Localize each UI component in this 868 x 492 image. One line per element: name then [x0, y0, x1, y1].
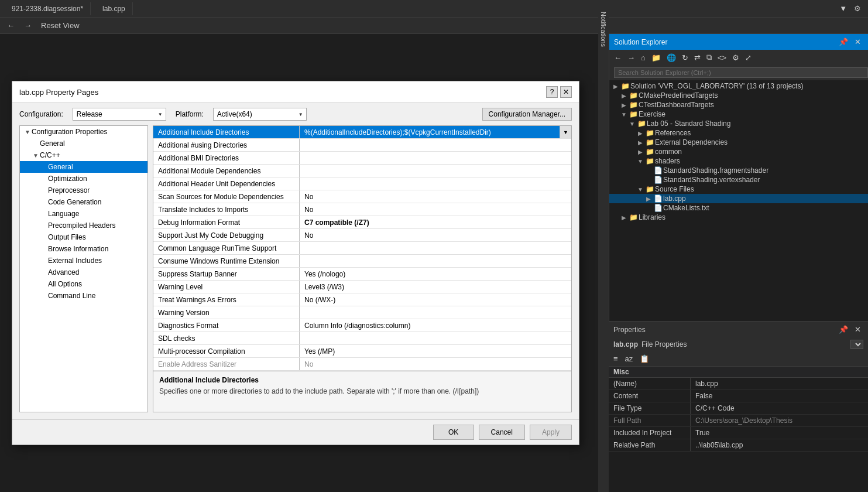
settings-icon[interactable]: ⚙: [852, 3, 863, 14]
prop-pages-icon[interactable]: 📋: [637, 353, 651, 364]
grid-row-dropdown-btn[interactable]: ▼: [560, 126, 571, 138]
dialog-grid-row[interactable]: Support Just My Code DebuggingNo: [153, 229, 571, 242]
dialog-grid-row[interactable]: Common Language RunTime Support: [153, 242, 571, 255]
se-tree-item[interactable]: 📄StandardShading.vertexshader: [609, 175, 868, 184]
se-forward-icon[interactable]: →: [625, 52, 637, 63]
dialog-grid-row[interactable]: Suppress Startup BannerYes (/nologo): [153, 268, 571, 281]
cancel-button[interactable]: Cancel: [479, 425, 525, 440]
dialog-tree-item[interactable]: Command Line: [20, 290, 147, 302]
se-expand-icon[interactable]: ⤢: [743, 52, 754, 63]
se-tree-item[interactable]: 📄StandardShading.fragmentshader: [609, 166, 868, 175]
se-tree-item[interactable]: ▶📁References: [609, 128, 868, 138]
dialog-grid-row[interactable]: Enable Address SanitizerNo: [153, 358, 571, 371]
se-globe-icon[interactable]: 🌐: [664, 52, 678, 63]
se-tree-item[interactable]: ▶📁CTestDashboardTargets: [609, 100, 868, 110]
tab-diagsession[interactable]: 921-2338.diagsession*: [5, 2, 91, 15]
dialog-grid-row[interactable]: Warning LevelLevel3 (/W3): [153, 281, 571, 293]
platform-select[interactable]: Active(x64): [213, 108, 307, 121]
dialog-grid-row[interactable]: Treat Warnings As ErrorsNo (/WX-): [153, 293, 571, 306]
dialog-grid-row-value: [300, 247, 571, 250]
prop-row-value: C:\Users\sora_\Desktop\Thesis: [691, 415, 868, 426]
se-tree-item[interactable]: ▶📁CMakePredefinedTargets: [609, 91, 868, 100]
properties-panel: Properties 📌 ✕ lab.cpp File Properties ≡…: [609, 321, 868, 492]
prop-table: Misc(Name)lab.cppContentFalseFile TypeC/…: [609, 367, 868, 492]
prop-close-icon[interactable]: ✕: [852, 324, 863, 335]
se-pin-icon[interactable]: 📌: [836, 36, 850, 47]
dialog-tree-item[interactable]: Language: [20, 208, 147, 220]
dialog-grid-row-value: Level3 (/W3): [300, 282, 571, 292]
forward-icon[interactable]: →: [22, 20, 34, 31]
dialog-grid-row-value: No (/WX-): [300, 295, 571, 305]
dialog-tree-item[interactable]: Code Generation: [20, 196, 147, 208]
dialog-grid-row[interactable]: Debug Information FormatC7 compatible (/…: [153, 216, 571, 229]
se-tree-item[interactable]: ▶📁common: [609, 147, 868, 156]
se-tree-item[interactable]: ▼📁Exercise: [609, 110, 868, 119]
dialog-grid-row[interactable]: Additional Module Dependencies: [153, 165, 571, 177]
dialog-help-button[interactable]: ?: [546, 86, 558, 98]
dialog-tree-item[interactable]: General: [20, 161, 147, 173]
prop-categories-icon[interactable]: ≡: [611, 353, 620, 364]
se-folder-icon[interactable]: 📁: [649, 52, 663, 63]
dialog-grid: Additional Include Directories%(Addition…: [153, 125, 572, 412]
reset-view-button[interactable]: Reset View: [39, 20, 82, 31]
dialog-grid-row[interactable]: SDL checks: [153, 332, 571, 345]
se-tree-item[interactable]: 📄CMakeLists.txt: [609, 203, 868, 213]
dialog-grid-row[interactable]: Additional Include Directories%(Addition…: [153, 126, 571, 139]
se-sync-icon[interactable]: ⇄: [692, 52, 703, 63]
se-code-icon[interactable]: <>: [715, 52, 729, 63]
dialog-close-button[interactable]: ✕: [560, 86, 572, 98]
se-tree-item[interactable]: ▼📁shaders: [609, 156, 868, 166]
dialog-grid-row[interactable]: Multi-processor CompilationYes (/MP): [153, 345, 571, 358]
prop-alpha-icon[interactable]: az: [623, 353, 636, 364]
se-tree-item[interactable]: ▼📁Source Files: [609, 184, 868, 194]
prop-row: Relative Path..\lab05\lab.cpp: [609, 439, 868, 452]
solution-explorer-search[interactable]: [614, 67, 868, 78]
tree-icon: 📁: [628, 101, 639, 109]
dialog-tree-item[interactable]: ▼C/C++: [20, 149, 147, 161]
se-tree-item[interactable]: ▶📁External Dependencies: [609, 138, 868, 147]
se-back-icon[interactable]: ←: [612, 52, 624, 63]
dialog-tree-item[interactable]: All Options: [20, 278, 147, 290]
dialog-tree-item[interactable]: General: [20, 138, 147, 149]
tree-icon: 📁: [644, 157, 655, 165]
config-select[interactable]: Release: [73, 108, 166, 121]
config-manager-button[interactable]: Configuration Manager...: [482, 108, 572, 121]
se-home-icon[interactable]: ⌂: [639, 52, 648, 63]
dialog-grid-row[interactable]: Additional BMI Directories: [153, 152, 571, 165]
dialog-title-bar: lab.cpp Property Pages ? ✕: [12, 81, 579, 103]
se-tree-item[interactable]: ▼📁Lab 05 - Standard Shading: [609, 119, 868, 128]
apply-button[interactable]: Apply: [530, 425, 572, 440]
dialog-grid-row[interactable]: Consume Windows Runtime Extension: [153, 255, 571, 268]
se-settings-icon[interactable]: ⚙: [730, 52, 742, 63]
se-refresh-icon[interactable]: ↻: [680, 52, 691, 63]
dialog-grid-row[interactable]: Additional #using Directories: [153, 139, 571, 152]
se-tree-item[interactable]: ▶📁Libraries: [609, 213, 868, 222]
prop-pin-icon[interactable]: 📌: [836, 324, 850, 335]
dialog-tree-item[interactable]: External Includes: [20, 255, 147, 266]
se-close-icon[interactable]: ✕: [852, 36, 863, 47]
dialog-tree-item[interactable]: Browse Information: [20, 243, 147, 255]
dialog-grid-row[interactable]: Scan Sources for Module DependenciesNo: [153, 190, 571, 203]
prop-view-select[interactable]: [850, 340, 863, 349]
dialog-grid-row[interactable]: Warning Version: [153, 306, 571, 319]
dialog-tree-item[interactable]: Output Files: [20, 231, 147, 243]
dialog-grid-row[interactable]: Translate Includes to ImportsNo: [153, 203, 571, 216]
dialog-tree-item[interactable]: Precompiled Headers: [20, 220, 147, 231]
dialog-tree-item[interactable]: Optimization: [20, 173, 147, 184]
dropdown-icon[interactable]: ▼: [837, 3, 849, 14]
dialog-tree-item[interactable]: ▼Configuration Properties: [20, 126, 147, 138]
platform-label: Platform:: [176, 110, 204, 118]
dialog-tree-item[interactable]: Preprocessor: [20, 184, 147, 196]
ok-button[interactable]: OK: [433, 425, 474, 440]
dialog-tree-item[interactable]: Advanced: [20, 266, 147, 278]
dialog-grid-row[interactable]: Additional Header Unit Dependencies: [153, 177, 571, 190]
back-icon[interactable]: ←: [5, 20, 17, 31]
tree-item-label: External Dependencies: [655, 138, 728, 146]
se-tree-item[interactable]: ▶📄lab.cpp: [609, 194, 868, 203]
se-tree-item[interactable]: ▶📁Solution 'VVR_OGL_LABORATORY' (13 of 1…: [609, 81, 868, 91]
tab-labcpp[interactable]: lab.cpp: [95, 2, 133, 15]
dialog-tree-item-label: Output Files: [48, 233, 86, 241]
dialog-grid-row-value: [300, 170, 571, 172]
dialog-grid-row[interactable]: Diagnostics FormatColumn Info (/diagnost…: [153, 319, 571, 332]
se-copy-icon[interactable]: ⧉: [704, 52, 714, 63]
